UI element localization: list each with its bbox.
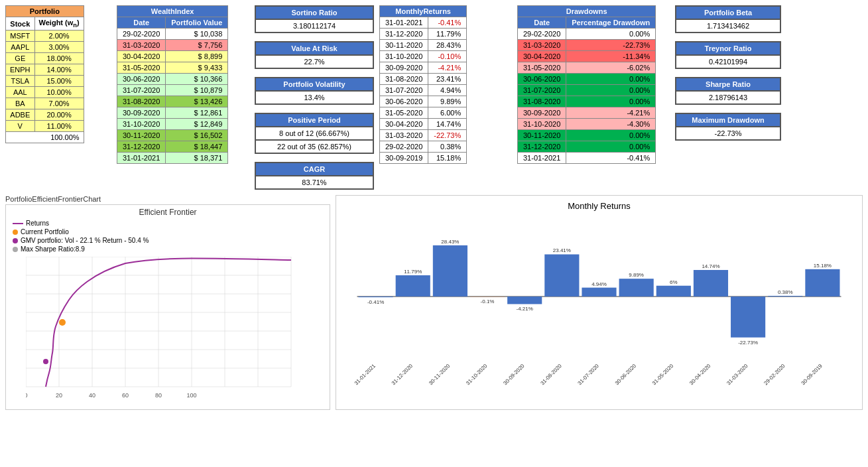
wealth-row: 31-10-2020$ 12,849 bbox=[117, 119, 228, 130]
monthly-value: 4.94% bbox=[428, 85, 467, 96]
monthly-date: 31-10-2020 bbox=[380, 51, 428, 62]
drawdown-value: -4.30% bbox=[566, 119, 656, 130]
drawdowns-section: Drawdowns Date Percentage Drawdown 29-02… bbox=[517, 5, 670, 190]
portfolio-weight: 2.00% bbox=[34, 31, 84, 42]
drawdown-date: 31-12-2020 bbox=[518, 141, 566, 153]
frontier-section: PortfolioEfficientFrontierChart Efficien… bbox=[5, 195, 330, 410]
var-value: 22.7% bbox=[255, 55, 373, 68]
portfolio-weight: 3.00% bbox=[34, 42, 84, 53]
beta-title: Portfolio Beta bbox=[676, 6, 780, 19]
wealth-date: 31-03-2020 bbox=[117, 40, 166, 51]
wealth-title: WealthIndex bbox=[117, 6, 228, 17]
drawdown-date: 31-08-2020 bbox=[518, 96, 566, 107]
portfolio-stock: ENPH bbox=[6, 64, 35, 76]
drawdown-row: 31-05-2020-6.02% bbox=[518, 62, 656, 74]
wealth-value: $ 10,366 bbox=[166, 74, 228, 85]
portfolio-row: ENPH14.00% bbox=[6, 64, 84, 76]
bar-chart-title: Monthly Returns bbox=[341, 201, 857, 211]
wealth-row: 29-02-2020$ 10,038 bbox=[117, 29, 228, 40]
monthly-row: 30-04-202014.74% bbox=[380, 119, 467, 130]
volatility-box: Portfolio Volatility 13.4% bbox=[255, 77, 374, 105]
legend-sharpe-dot bbox=[13, 247, 18, 252]
drawdown-col-date: Date bbox=[518, 17, 566, 29]
monthly-date: 30-04-2020 bbox=[380, 119, 428, 130]
legend-returns-label: Returns bbox=[26, 220, 49, 227]
monthly-date: 29-02-2020 bbox=[380, 141, 428, 153]
bar-date: 31-12-2020 bbox=[391, 363, 414, 387]
wealth-date: 31-10-2020 bbox=[117, 119, 166, 130]
frontier-chart-title: Efficient Frontier bbox=[6, 205, 330, 217]
monthly-date: 31-08-2020 bbox=[380, 74, 428, 85]
legend-current-dot bbox=[13, 230, 18, 235]
drawdown-row: 31-07-20200.00% bbox=[518, 85, 656, 96]
sortino-title: Sortino Ratio bbox=[255, 6, 373, 19]
wealth-date: 29-02-2020 bbox=[117, 29, 166, 40]
monthly-value: -0.10% bbox=[428, 51, 467, 62]
bar-label: -0.41% bbox=[367, 299, 384, 305]
monthly-date: 30-09-2020 bbox=[380, 62, 428, 74]
monthly-date: 30-06-2020 bbox=[380, 96, 428, 107]
wealth-row: 31-07-2020$ 10,879 bbox=[117, 85, 228, 96]
wealth-value: $ 18,371 bbox=[166, 153, 228, 164]
portfolio-stock: V bbox=[6, 121, 35, 132]
monthly-value: -0.41% bbox=[428, 17, 467, 29]
portfolio-weight: 11.00% bbox=[34, 121, 84, 132]
bar bbox=[433, 245, 467, 297]
monthly-value: 28.43% bbox=[428, 40, 467, 51]
monthly-value: 0.38% bbox=[428, 141, 467, 153]
bar-date: 31-10-2020 bbox=[465, 363, 489, 387]
bar-chart-svg: -0.41%31-01-202111.79%31-12-202028.43%30… bbox=[341, 214, 857, 399]
bar bbox=[582, 288, 616, 297]
monthly-date: 31-01-2021 bbox=[380, 17, 428, 29]
bar-chart-section: Monthly Returns -0.41%31-01-202111.79%31… bbox=[336, 195, 863, 410]
wealth-row: 31-03-2020$ 7,756 bbox=[117, 40, 228, 51]
svg-text:20: 20 bbox=[56, 392, 62, 399]
monthly-row: 31-01-2021-0.41% bbox=[380, 17, 467, 29]
drawdown-date: 31-01-2021 bbox=[518, 153, 566, 164]
bar-date: 30-06-2020 bbox=[614, 363, 638, 387]
max-drawdown-value: -22.73% bbox=[676, 127, 780, 140]
volatility-value: 13.4% bbox=[255, 91, 373, 104]
monthly-row: 30-09-2020-4.21% bbox=[380, 62, 467, 74]
drawdown-date: 31-05-2020 bbox=[518, 62, 566, 74]
drawdown-value: 0.00% bbox=[566, 141, 656, 153]
portfolio-row: V11.00% bbox=[6, 121, 84, 132]
monthly-date: 31-07-2020 bbox=[380, 85, 428, 96]
bar-label: 6% bbox=[670, 279, 678, 285]
sortino-box: Sortino Ratio 3.180112174 bbox=[255, 5, 374, 33]
portfolio-row: AAL10.00% bbox=[6, 87, 84, 98]
portfolio-stock: BA bbox=[6, 98, 35, 109]
stats-section-2: Portfolio Beta 1.713413462 Treynor Ratio… bbox=[675, 5, 781, 190]
bar bbox=[768, 296, 802, 297]
monthly-date: 30-11-2020 bbox=[380, 40, 428, 51]
drawdown-date: 31-07-2020 bbox=[518, 85, 566, 96]
wealth-col-value: Portfolio Value bbox=[166, 17, 228, 29]
portfolio-row: ADBE20.00% bbox=[6, 109, 84, 121]
wealth-row: 31-05-2020$ 9,433 bbox=[117, 62, 228, 74]
monthly-value: 14.74% bbox=[428, 119, 467, 130]
monthly-date: 31-05-2020 bbox=[380, 107, 428, 119]
portfolio-title: Portfolio bbox=[6, 6, 84, 17]
drawdown-row: 29-02-20200.00% bbox=[518, 29, 656, 40]
bar bbox=[805, 269, 839, 297]
drawdown-value: 0.00% bbox=[566, 74, 656, 85]
wealth-row: 31-12-2020$ 18,447 bbox=[117, 141, 228, 153]
bar-date: 29-02-2020 bbox=[763, 363, 786, 387]
svg-text:40: 40 bbox=[89, 392, 95, 399]
portfolio-total: 100.00% bbox=[6, 132, 84, 143]
drawdown-value: -11.34% bbox=[566, 51, 656, 62]
svg-text:60: 60 bbox=[122, 392, 129, 399]
portfolio-col-weight: Weight (wn) bbox=[34, 17, 84, 31]
monthly-date: 30-09-2019 bbox=[380, 153, 428, 164]
bar-date: 31-01-2021 bbox=[353, 363, 377, 387]
monthly-title: MonthlyReturns bbox=[380, 6, 467, 17]
bar-date: 31-08-2020 bbox=[539, 363, 563, 387]
monthly-row: 31-10-2020-0.10% bbox=[380, 51, 467, 62]
monthly-returns-section: MonthlyReturns 31-01-2021-0.41%31-12-202… bbox=[379, 5, 512, 190]
portfolio-row: AAPL3.00% bbox=[6, 42, 84, 53]
drawdown-row: 31-08-20200.00% bbox=[518, 96, 656, 107]
drawdown-row: 31-12-20200.00% bbox=[518, 141, 656, 153]
legend-gmv-label: GMV portfolio: Vol - 22.1 % Return - 50.… bbox=[21, 237, 149, 244]
portfolio-weight: 15.00% bbox=[34, 76, 84, 87]
monthly-row: 31-07-20204.94% bbox=[380, 85, 467, 96]
